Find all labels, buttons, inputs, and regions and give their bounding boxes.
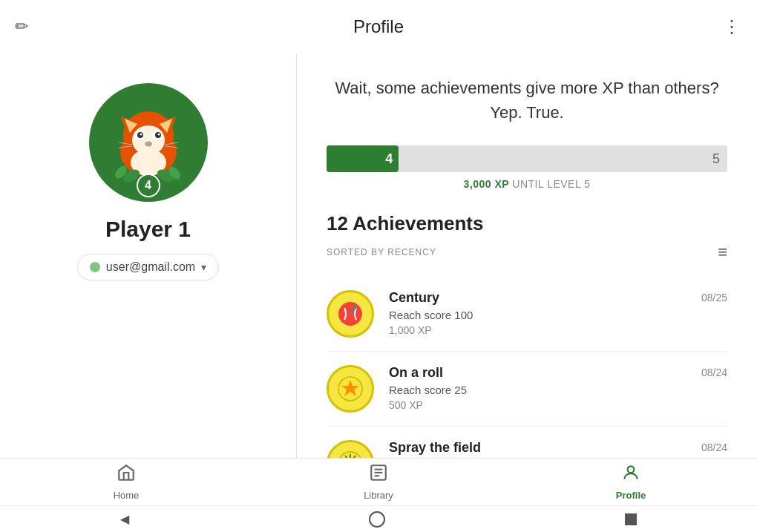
account-status-dot [90, 262, 100, 272]
left-panel: 4 Player 1 user@gmail.com ▾ [0, 53, 297, 458]
achievement-century-date: 08/25 [701, 290, 727, 303]
achievement-onaroll-desc: Reach score 25 [389, 384, 689, 396]
account-email: user@gmail.com [106, 260, 195, 274]
level-progress: 4 5 3,000 XP UNTIL LEVEL 5 [327, 145, 727, 190]
chevron-down-icon: ▾ [201, 261, 206, 273]
account-switcher[interactable]: user@gmail.com ▾ [77, 254, 219, 280]
nav-label-home: Home [114, 490, 140, 501]
android-home-button[interactable] [369, 511, 385, 528]
right-panel: Wait, some achievements give more XP tha… [297, 53, 757, 458]
achievement-century-info: Century Reach score 100 1,000 XP [389, 290, 689, 336]
achievement-century-xp: 1,000 XP [389, 324, 689, 336]
achievement-item: Spray the field Hit 5 balls in a row to … [327, 427, 727, 458]
level-next: 5 [712, 151, 720, 167]
profile-icon [621, 463, 640, 487]
nav-label-library: Library [364, 490, 393, 501]
xp-until-value: 3,000 XP [464, 178, 509, 190]
progress-fill: 4 [327, 145, 399, 172]
achievement-spray-icon [327, 440, 374, 458]
player-name: Player 1 [105, 217, 191, 242]
android-nav: ◀ [0, 505, 757, 532]
achievement-century-icon [327, 290, 374, 338]
achievement-item: Century Reach score 100 1,000 XP 08/25 [327, 277, 727, 352]
bottom-nav: Home Library Profile [0, 458, 757, 505]
svg-point-11 [140, 134, 142, 136]
xp-until: 3,000 XP UNTIL LEVEL 5 [327, 178, 727, 190]
home-icon [117, 463, 136, 487]
achievement-century-name: Century [389, 290, 689, 306]
nav-label-profile: Profile [616, 490, 646, 501]
star-icon [337, 375, 364, 402]
svg-point-12 [157, 134, 160, 136]
back-button[interactable]: ◀ [120, 512, 129, 526]
svg-point-24 [338, 302, 362, 326]
achievement-item: On a roll Reach score 25 500 XP 08/24 [327, 352, 727, 427]
xp-message: Wait, some achievements give more XP tha… [327, 76, 727, 125]
achievements-header: 12 Achievements [327, 212, 727, 235]
sort-icon[interactable]: ≡ [718, 243, 727, 262]
top-bar: ✏ Profile ⋮ [0, 0, 757, 53]
achievement-spray-date: 08/24 [701, 440, 727, 453]
avatar-container: 4 [89, 83, 208, 202]
progress-bar: 4 5 [327, 145, 727, 172]
achievement-spray-name: Spray the field [389, 440, 689, 456]
nav-item-home[interactable]: Home [0, 457, 252, 507]
achievement-onaroll-icon [327, 365, 374, 413]
achievement-onaroll-info: On a roll Reach score 25 500 XP [389, 365, 689, 411]
xp-until-label: UNTIL LEVEL 5 [512, 178, 590, 190]
nav-item-library[interactable]: Library [252, 457, 505, 507]
edit-icon[interactable]: ✏ [15, 17, 28, 36]
sort-row: SORTED BY RECENCY ≡ [327, 243, 727, 262]
achievement-onaroll-date: 08/24 [701, 365, 727, 378]
more-options-icon[interactable]: ⋮ [723, 16, 742, 37]
level-badge: 4 [137, 174, 160, 197]
android-recents-button[interactable] [625, 513, 637, 525]
level-current: 4 [385, 151, 393, 167]
achievement-century-desc: Reach score 100 [389, 309, 689, 321]
svg-point-41 [628, 466, 635, 473]
page-title: Profile [353, 16, 404, 37]
nav-item-profile[interactable]: Profile [505, 457, 757, 507]
achievement-onaroll-name: On a roll [389, 365, 689, 381]
library-icon [369, 463, 388, 487]
achievement-spray-info: Spray the field Hit 5 balls in a row to … [389, 440, 689, 458]
main-layout: 4 Player 1 user@gmail.com ▾ Wait, some a… [0, 53, 757, 458]
cricket-ball-icon [337, 301, 364, 327]
sort-label: SORTED BY RECENCY [327, 247, 436, 257]
achievement-onaroll-xp: 500 XP [389, 399, 689, 411]
